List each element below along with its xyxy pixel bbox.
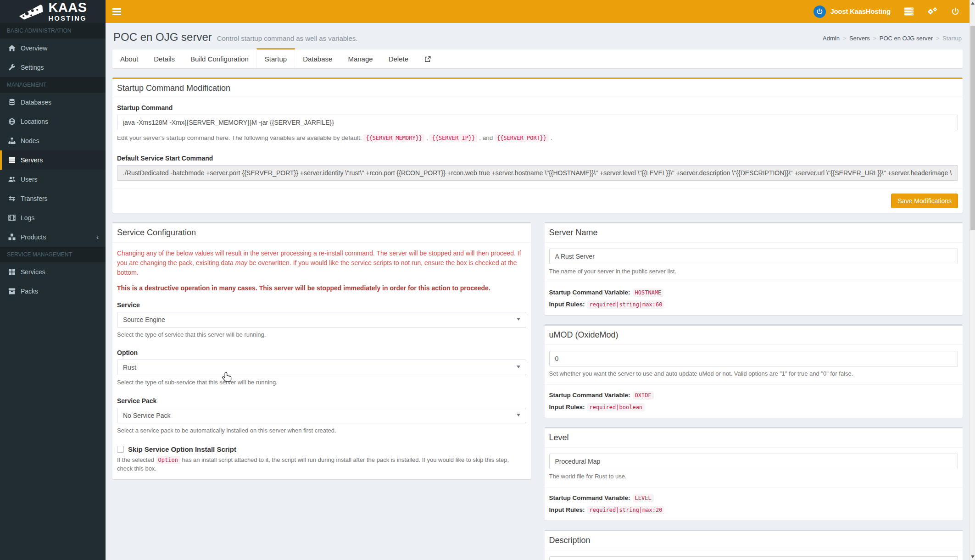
tab-database[interactable]: Database <box>295 48 340 68</box>
description-title: Description <box>549 536 591 545</box>
sidebar-item-servers[interactable]: Servers <box>0 150 106 170</box>
input-rules-label: Input Rules: <box>549 301 585 308</box>
server-port-variable-code: {{SERVER_PORT}} <box>495 134 549 142</box>
page-scrollbar[interactable] <box>969 0 975 560</box>
level-help: The world file for Rust to use. <box>549 472 958 481</box>
tab-startup[interactable]: Startup <box>256 48 295 68</box>
oxide-variable-code: OXIDE <box>633 391 654 399</box>
tab-delete[interactable]: Delete <box>381 48 416 68</box>
sidebar-item-label: Services <box>21 268 45 276</box>
sidebar-item-settings[interactable]: Settings <box>0 58 106 77</box>
sidebar-item-products[interactable]: Products ‹ <box>0 227 106 247</box>
avatar <box>813 6 826 18</box>
breadcrumb-separator: > <box>873 35 876 42</box>
scrollbar-down-arrow[interactable] <box>970 554 975 560</box>
grid-icon <box>8 268 16 276</box>
sidebar-item-label: Transfers <box>21 195 48 202</box>
sidebar-item-locations[interactable]: Locations <box>0 112 106 131</box>
breadcrumb-servers[interactable]: Servers <box>849 35 870 42</box>
gears-icon[interactable] <box>927 7 937 16</box>
default-start-command-input <box>117 165 958 181</box>
exchange-arrows-icon <box>8 195 16 202</box>
sidebar-item-label: Products <box>21 233 46 241</box>
sidebar-item-overview[interactable]: Overview <box>0 39 106 58</box>
skip-install-checkbox[interactable] <box>117 446 124 453</box>
users-icon <box>8 176 16 183</box>
content-area: POC en OJG server Control startup comman… <box>106 23 969 560</box>
server-name-footer: Startup Command Variable:HOSTNAME Input … <box>545 282 963 315</box>
scrollbar-up-arrow[interactable] <box>970 0 975 6</box>
chevron-left-icon: ‹ <box>96 235 99 239</box>
page-subtitle: Control startup command as well as varia… <box>217 34 358 42</box>
breadcrumb-server-name[interactable]: POC en OJG server <box>880 35 933 42</box>
startup-command-input[interactable] <box>117 115 958 130</box>
startup-command-label: Startup Command <box>117 104 958 111</box>
sidebar-item-logs[interactable]: Logs <box>0 208 106 227</box>
sidebar-item-packs[interactable]: Packs <box>0 282 106 301</box>
sidebar-item-databases[interactable]: Databases <box>0 93 106 112</box>
breadcrumb-admin[interactable]: Admin <box>823 35 840 42</box>
tab-external-link[interactable] <box>416 48 439 68</box>
server-name-input[interactable] <box>549 249 958 264</box>
sidebar-item-label: Users <box>21 176 38 183</box>
service-panel-title: Service Configuration <box>117 228 196 237</box>
chevron-down-icon <box>517 318 520 321</box>
sidebar-section-service-management: SERVICE MANAGEMENT <box>0 247 106 262</box>
server-icon <box>8 156 16 164</box>
skip-install-label[interactable]: Skip Service Option Install Script <box>128 445 236 453</box>
tab-about[interactable]: About <box>112 48 146 68</box>
startup-variable-label: Startup Command Variable: <box>549 392 630 399</box>
skip-install-script-block: Skip Service Option Install Script If th… <box>117 445 526 473</box>
breadcrumb-separator: > <box>843 35 846 42</box>
sidebar-item-transfers[interactable]: Transfers <box>0 189 106 208</box>
brand-text: KAAS HOSTING <box>48 1 87 22</box>
breadcrumb-startup: Startup <box>942 35 962 42</box>
startup-panel-header: Startup Command Modification <box>112 79 963 98</box>
power-icon[interactable] <box>951 7 959 16</box>
sidebar-item-nodes[interactable]: Nodes <box>0 131 106 150</box>
sidebar-item-label: Locations <box>21 118 48 125</box>
sidebar: KAAS HOSTING BASIC ADMINISTRATION Overvi… <box>0 0 106 560</box>
service-pack-select[interactable]: No Service Pack <box>117 408 526 423</box>
hostname-rules-code: required|string|max:60 <box>587 300 665 309</box>
servers-list-icon[interactable] <box>904 7 914 16</box>
service-panel-body: Changing any of the below values will re… <box>112 243 531 479</box>
user-menu[interactable]: Joost KaasHosting <box>813 6 891 18</box>
tab-build-configuration[interactable]: Build Configuration <box>183 48 256 68</box>
sidebar-toggle-button[interactable] <box>106 0 128 23</box>
film-icon <box>8 214 16 222</box>
server-name-panel: Server Name The name of your server in t… <box>545 222 963 316</box>
startup-panel-body: Startup Command Edit your server's start… <box>112 98 963 189</box>
brand-name-bottom: HOSTING <box>48 15 87 22</box>
breadcrumb-separator: > <box>936 35 939 42</box>
startup-variable-label: Startup Command Variable: <box>549 289 630 296</box>
tab-manage[interactable]: Manage <box>340 48 380 68</box>
sidebar-item-label: Packs <box>21 288 38 295</box>
startup-panel-title: Startup Command Modification <box>117 83 230 93</box>
oxide-rules-code: required|boolean <box>587 403 645 411</box>
globe-icon <box>8 118 16 125</box>
option-select[interactable]: Rust <box>117 360 526 375</box>
service-configuration-panel: Service Configuration Changing any of th… <box>112 222 531 479</box>
wrench-icon <box>8 64 16 71</box>
description-input[interactable] <box>549 556 958 560</box>
scrollbar-thumb[interactable] <box>970 26 975 230</box>
startup-command-panel: Startup Command Modification Startup Com… <box>112 78 963 213</box>
level-input[interactable] <box>549 454 958 469</box>
sidebar-item-label: Logs <box>21 214 34 222</box>
save-modifications-button[interactable]: Save Modifications <box>891 194 958 208</box>
service-select[interactable]: Source Engine <box>117 312 526 327</box>
page-title: POC en OJG server <box>113 31 212 43</box>
sidebar-item-users[interactable]: Users <box>0 170 106 189</box>
sidebar-item-label: Nodes <box>21 137 39 144</box>
cubes-icon <box>8 233 16 241</box>
input-rules-label: Input Rules: <box>549 404 585 410</box>
topbar: Joost KaasHosting <box>106 0 969 23</box>
sidebar-item-services[interactable]: Services <box>0 262 106 282</box>
description-panel: Description The description under your s… <box>545 530 963 560</box>
umod-input[interactable] <box>549 351 958 366</box>
breadcrumb: Admin>Servers>POC en OJG server>Startup <box>823 35 962 42</box>
archive-box-icon <box>8 288 16 295</box>
brand-logo[interactable]: KAAS HOSTING <box>0 0 106 23</box>
tab-details[interactable]: Details <box>146 48 183 68</box>
